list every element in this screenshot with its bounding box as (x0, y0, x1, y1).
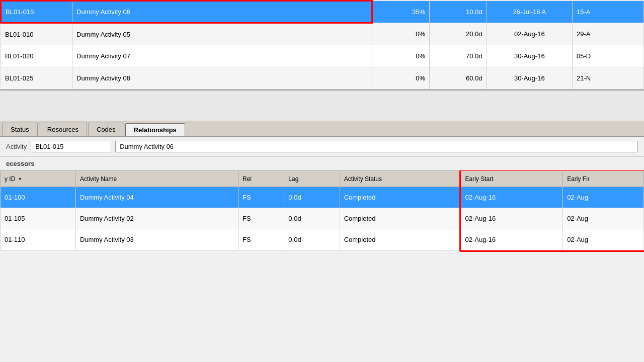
pred-table: y ID▼Activity NameRelLagActivity StatusE… (0, 170, 644, 250)
sort-arrow-icon: ▼ (18, 176, 22, 182)
pred-col-header[interactable]: Early Start (461, 171, 563, 187)
tab-resources[interactable]: Resources (39, 123, 87, 136)
tab-status[interactable]: Status (2, 123, 38, 136)
main-container: BL01-015Dummy Activity 0635%10.0d26-Jul-… (0, 0, 644, 362)
table-row[interactable]: BL01-015Dummy Activity 0635%10.0d26-Jul-… (1, 1, 644, 23)
pred-table-row[interactable]: 01-105Dummy Activity 02FS0.0dCompleted02… (1, 208, 644, 229)
top-section: BL01-015Dummy Activity 0635%10.0d26-Jul-… (0, 0, 644, 90)
pred-col-header[interactable]: y ID▼ (1, 171, 76, 187)
pred-table-container: y ID▼Activity NameRelLagActivity StatusE… (0, 170, 644, 362)
table-row[interactable]: BL01-020Dummy Activity 070%70.0d30-Aug-1… (1, 45, 644, 67)
pred-col-header[interactable]: Early Fir (563, 171, 644, 187)
pred-table-row[interactable]: 01-110Dummy Activity 03FS0.0dCompleted02… (1, 229, 644, 250)
activity-info-row: Activity (0, 137, 644, 157)
bottom-panel: StatusResourcesCodesRelationships Activi… (0, 121, 644, 362)
pred-col-header[interactable]: Activity Name (75, 171, 238, 187)
activity-name-field[interactable] (115, 141, 638, 152)
tabs-bar: StatusResourcesCodesRelationships (0, 121, 644, 137)
activity-label: Activity (6, 143, 27, 150)
gap-section (0, 90, 644, 121)
activity-id-field[interactable] (31, 141, 111, 152)
table-row[interactable]: BL01-010Dummy Activity 050%20.0d02-Aug-1… (1, 23, 644, 45)
pred-col-header[interactable]: Activity Status (340, 171, 461, 187)
pred-table-row[interactable]: 01-100Dummy Activity 04FS0.0dCompleted02… (1, 187, 644, 208)
activity-table: BL01-015Dummy Activity 0635%10.0d26-Jul-… (0, 0, 644, 89)
table-row[interactable]: BL01-025Dummy Activity 080%60.0d30-Aug-1… (1, 67, 644, 89)
predecessors-header: ecessors (0, 157, 644, 170)
tab-codes[interactable]: Codes (88, 123, 124, 136)
tab-relationships[interactable]: Relationships (125, 123, 185, 136)
pred-col-header[interactable]: Lag (284, 171, 340, 187)
pred-col-header[interactable]: Rel (238, 171, 284, 187)
